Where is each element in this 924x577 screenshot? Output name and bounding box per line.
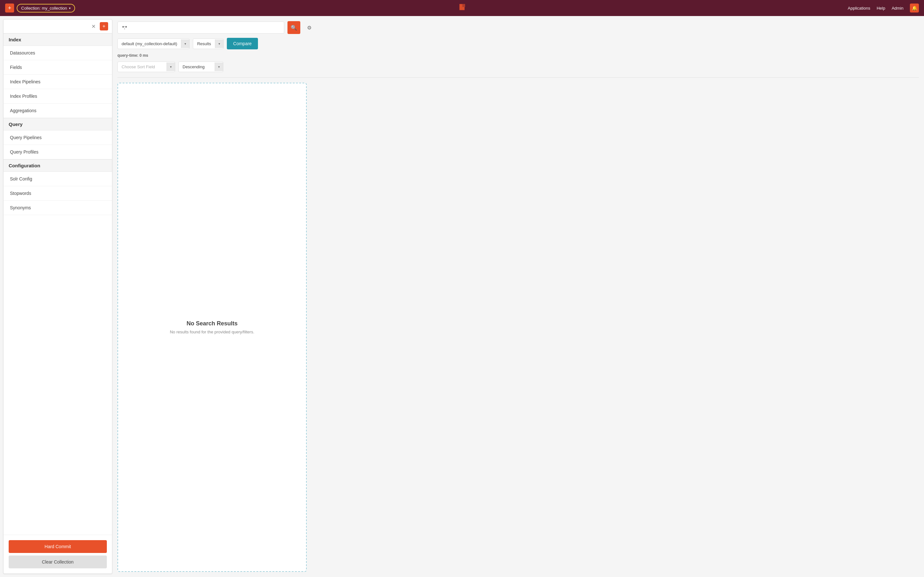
no-results-title: No Search Results — [186, 320, 237, 327]
sidebar-footer: Hard Commit Clear Collection — [3, 535, 112, 574]
query-time: query-time: 0 ms — [118, 53, 919, 58]
sidebar-top-bar: ✕ + — [3, 19, 112, 33]
sort-order-selector[interactable]: Descending ▾ — [178, 61, 223, 72]
applications-link[interactable]: Applications — [848, 6, 870, 11]
no-results-container: No Search Results No results found for t… — [118, 83, 307, 572]
compare-button[interactable]: Compare — [227, 38, 258, 49]
sidebar-section-configuration: Configuration — [3, 159, 112, 172]
sidebar-item-synonyms[interactable]: Synonyms — [3, 201, 112, 215]
topnav-center — [457, 2, 467, 14]
no-results-subtitle: No results found for the provided query/… — [170, 330, 254, 334]
admin-link[interactable]: Admin — [892, 6, 903, 11]
help-link[interactable]: Help — [877, 6, 885, 11]
query-time-value: 0 ms — [140, 53, 148, 58]
results-selector[interactable]: Results ▾ — [193, 39, 223, 49]
topnav-right: Applications Help Admin 🔔 — [848, 3, 919, 13]
pipeline-selector[interactable]: default (my_collection-default) ▾ — [118, 39, 190, 49]
sidebar-item-solr-config[interactable]: Solr Config — [3, 172, 112, 186]
search-input[interactable] — [118, 21, 284, 34]
search-bar: 🔍 ⚙ — [118, 21, 919, 34]
sort-order-label: Descending — [179, 62, 215, 72]
topnav-left: + Collection: my_collection ▾ — [5, 3, 75, 13]
logo — [457, 2, 467, 14]
search-input-wrapper — [118, 21, 284, 34]
notifications-button[interactable]: 🔔 — [910, 3, 919, 13]
main-layout: ✕ + Index Datasources Fields Index Pipel… — [0, 16, 924, 577]
pipeline-dropdown-btn[interactable]: ▾ — [181, 39, 189, 48]
sidebar-section-index: Index — [3, 33, 112, 46]
sidebar: ✕ + Index Datasources Fields Index Pipel… — [3, 19, 112, 574]
add-collection-button[interactable]: + — [5, 3, 14, 13]
collection-selector[interactable]: Collection: my_collection ▾ — [17, 4, 75, 13]
search-icon: 🔍 — [291, 25, 297, 31]
results-dropdown-btn[interactable]: ▾ — [215, 39, 223, 48]
hard-commit-button[interactable]: Hard Commit — [9, 540, 107, 553]
sidebar-close-button[interactable]: ✕ — [89, 23, 97, 30]
collection-label: Collection: my_collection — [21, 6, 67, 11]
sort-field-placeholder: Choose Sort Field — [118, 62, 166, 72]
search-button[interactable]: 🔍 — [288, 21, 300, 34]
sidebar-item-stopwords[interactable]: Stopwords — [3, 186, 112, 201]
sidebar-item-index-pipelines[interactable]: Index Pipelines — [3, 75, 112, 89]
sidebar-item-query-profiles[interactable]: Query Profiles — [3, 145, 112, 159]
topnav: + Collection: my_collection ▾ Applicatio… — [0, 0, 924, 16]
gear-icon: ⚙ — [307, 25, 312, 31]
bell-icon: 🔔 — [912, 5, 917, 11]
results-label: Results — [193, 39, 215, 49]
divider — [118, 77, 919, 77]
results-bar: default (my_collection-default) ▾ Result… — [118, 38, 919, 49]
clear-collection-button[interactable]: Clear Collection — [9, 556, 107, 568]
sidebar-item-index-profiles[interactable]: Index Profiles — [3, 89, 112, 103]
query-time-label: query-time: — [118, 53, 138, 58]
sidebar-item-query-pipelines[interactable]: Query Pipelines — [3, 131, 112, 145]
sort-field-selector[interactable]: Choose Sort Field ▾ — [118, 61, 175, 72]
sort-bar: Choose Sort Field ▾ Descending ▾ — [118, 61, 919, 72]
chevron-down-icon: ▾ — [69, 6, 71, 10]
sidebar-item-aggregations[interactable]: Aggregations — [3, 103, 112, 118]
sidebar-section-query: Query — [3, 118, 112, 131]
sort-field-dropdown-btn[interactable]: ▾ — [166, 63, 175, 71]
sort-order-dropdown-btn[interactable]: ▾ — [215, 63, 223, 71]
settings-button[interactable]: ⚙ — [304, 22, 315, 33]
sidebar-add-button[interactable]: + — [100, 22, 108, 31]
main-content: 🔍 ⚙ default (my_collection-default) ▾ Re… — [112, 16, 924, 577]
sidebar-item-fields[interactable]: Fields — [3, 60, 112, 75]
pipeline-label: default (my_collection-default) — [118, 39, 181, 49]
sidebar-item-datasources[interactable]: Datasources — [3, 46, 112, 60]
sidebar-nav: Index Datasources Fields Index Pipelines… — [3, 33, 112, 535]
